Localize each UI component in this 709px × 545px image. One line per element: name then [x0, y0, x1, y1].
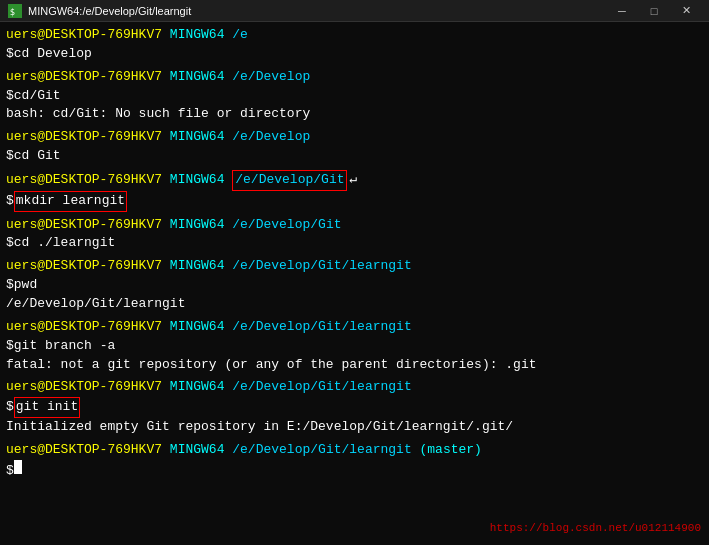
- terminal-icon: $: [8, 4, 22, 18]
- titlebar-title: MINGW64:/e/Develop/Git/learngit: [28, 5, 191, 17]
- terminal-line: uers@DESKTOP-769HKV7 MINGW64 /e/Develop/…: [6, 378, 703, 397]
- path: /e/Develop/Git/learngit: [232, 441, 411, 460]
- terminal-line: uers@DESKTOP-769HKV7 MINGW64 /e/Develop/…: [6, 216, 703, 235]
- branch-label: (master): [420, 441, 482, 460]
- command: cd ./learngit: [14, 234, 115, 253]
- terminal-line: $ cd/Git: [6, 87, 703, 106]
- dollar-sign: $: [6, 234, 14, 253]
- terminal-line: uers@DESKTOP-769HKV7 MINGW64 /e/Develop/…: [6, 257, 703, 276]
- path: /e/Develop: [232, 128, 310, 147]
- terminal-cursor: [14, 460, 22, 474]
- output-text: fatal: not a git repository (or any of t…: [6, 357, 537, 372]
- dollar-sign: $: [6, 462, 14, 481]
- username: uers@DESKTOP-769HKV7: [6, 378, 162, 397]
- terminal-line: $ mkdir learngit: [6, 191, 703, 212]
- username: uers@DESKTOP-769HKV7: [6, 68, 162, 87]
- terminal-line: uers@DESKTOP-769HKV7 MINGW64 /e/Develop/…: [6, 441, 703, 460]
- command: cd Develop: [14, 45, 92, 64]
- shell-label: MINGW64: [170, 128, 225, 147]
- path: /e/Develop/Git: [232, 216, 341, 235]
- username: uers@DESKTOP-769HKV7: [6, 257, 162, 276]
- output-text: bash: cd/Git: No such file or directory: [6, 106, 310, 121]
- terminal-output: fatal: not a git repository (or any of t…: [6, 356, 703, 375]
- shell-label: MINGW64: [170, 378, 225, 397]
- watermark: https://blog.csdn.net/u012114900: [490, 521, 701, 537]
- terminal-line: $ git init: [6, 397, 703, 418]
- command-highlighted: git init: [14, 397, 80, 418]
- username: uers@DESKTOP-769HKV7: [6, 318, 162, 337]
- dollar-sign: $: [6, 192, 14, 211]
- shell-label: MINGW64: [170, 26, 225, 45]
- terminal: uers@DESKTOP-769HKV7 MINGW64 /e $ cd Dev…: [0, 22, 709, 545]
- dollar-sign: $: [6, 45, 14, 64]
- cursor-arrow-icon: ↵: [349, 171, 357, 190]
- path: /e: [232, 26, 248, 45]
- maximize-button[interactable]: □: [639, 0, 669, 22]
- terminal-line: $ cd ./learngit: [6, 234, 703, 253]
- command-highlighted: mkdir learngit: [14, 191, 127, 212]
- terminal-output: bash: cd/Git: No such file or directory: [6, 105, 703, 124]
- path: /e/Develop/Git/learngit: [232, 318, 411, 337]
- command: cd Git: [14, 147, 61, 166]
- path: /e/Develop/Git/learngit: [232, 257, 411, 276]
- terminal-line: $ git branch -a: [6, 337, 703, 356]
- shell-label: MINGW64: [170, 171, 225, 190]
- dollar-sign: $: [6, 276, 14, 295]
- terminal-line: uers@DESKTOP-769HKV7 MINGW64 /e: [6, 26, 703, 45]
- minimize-button[interactable]: ─: [607, 0, 637, 22]
- output-text: Initialized empty Git repository in E:/D…: [6, 419, 513, 434]
- shell-label: MINGW64: [170, 257, 225, 276]
- command: pwd: [14, 276, 37, 295]
- username: uers@DESKTOP-769HKV7: [6, 128, 162, 147]
- username: uers@DESKTOP-769HKV7: [6, 26, 162, 45]
- username: uers@DESKTOP-769HKV7: [6, 171, 162, 190]
- svg-text:$: $: [10, 6, 15, 16]
- shell-label: MINGW64: [170, 318, 225, 337]
- dollar-sign: $: [6, 398, 14, 417]
- dollar-sign: $: [6, 87, 14, 106]
- path: /e/Develop/Git/learngit: [232, 378, 411, 397]
- dollar-sign: $: [6, 337, 14, 356]
- terminal-line: uers@DESKTOP-769HKV7 MINGW64 /e/Develop/…: [6, 170, 703, 191]
- command: git branch -a: [14, 337, 115, 356]
- terminal-output: /e/Develop/Git/learngit: [6, 295, 703, 314]
- terminal-line: $ pwd: [6, 276, 703, 295]
- username: uers@DESKTOP-769HKV7: [6, 216, 162, 235]
- shell-label: MINGW64: [170, 68, 225, 87]
- username: uers@DESKTOP-769HKV7: [6, 441, 162, 460]
- terminal-output: Initialized empty Git repository in E:/D…: [6, 418, 703, 437]
- terminal-line: $ cd Git: [6, 147, 703, 166]
- terminal-line: uers@DESKTOP-769HKV7 MINGW64 /e/Develop: [6, 128, 703, 147]
- titlebar: $ MINGW64:/e/Develop/Git/learngit ─ □ ✕: [0, 0, 709, 22]
- titlebar-controls: ─ □ ✕: [607, 0, 701, 22]
- terminal-line: $: [6, 460, 703, 481]
- terminal-line: $ cd Develop: [6, 45, 703, 64]
- dollar-sign: $: [6, 147, 14, 166]
- path: /e/Develop: [232, 68, 310, 87]
- output-text: /e/Develop/Git/learngit: [6, 296, 185, 311]
- terminal-line: uers@DESKTOP-769HKV7 MINGW64 /e/Develop: [6, 68, 703, 87]
- path-highlighted: /e/Develop/Git: [232, 170, 347, 191]
- shell-label: MINGW64: [170, 216, 225, 235]
- terminal-line: uers@DESKTOP-769HKV7 MINGW64 /e/Develop/…: [6, 318, 703, 337]
- titlebar-left: $ MINGW64:/e/Develop/Git/learngit: [8, 4, 191, 18]
- close-button[interactable]: ✕: [671, 0, 701, 22]
- command: cd/Git: [14, 87, 61, 106]
- shell-label: MINGW64: [170, 441, 225, 460]
